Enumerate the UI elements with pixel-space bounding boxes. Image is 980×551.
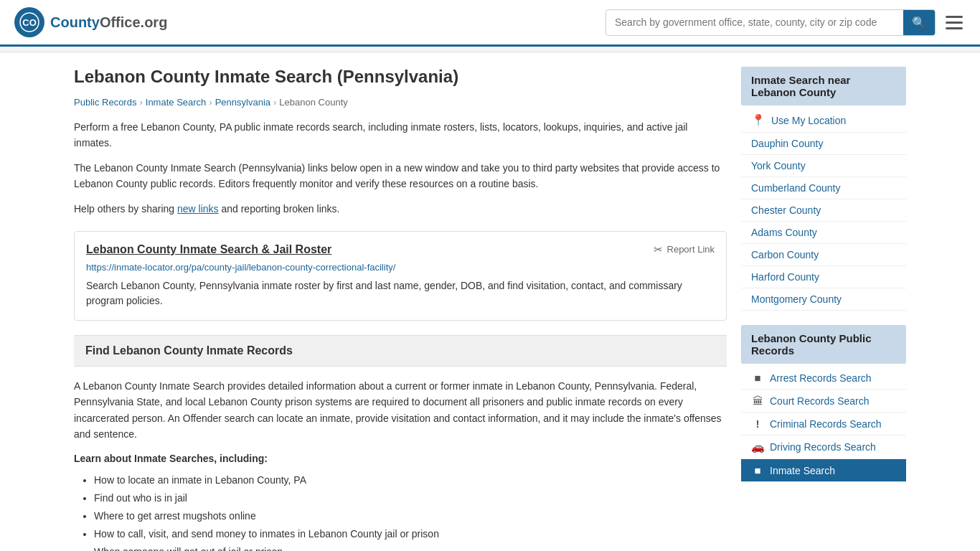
link-box: Lebanon County Inmate Search & Jail Rost…	[74, 231, 727, 321]
sidebar: Inmate Search near Lebanon County 📍 Use …	[741, 67, 906, 551]
court-records-icon: 🏛	[751, 395, 764, 407]
sidebar-arrest-records[interactable]: ■ Arrest Records Search	[741, 367, 906, 390]
carbon-county-link[interactable]: Carbon County	[751, 249, 819, 260]
inmate-search-icon: ■	[751, 464, 764, 476]
bullet-list: How to locate an inmate in Lebanon Count…	[74, 471, 727, 551]
list-item: How to locate an inmate in Lebanon Count…	[94, 471, 727, 489]
breadcrumb-public-records[interactable]: Public Records	[74, 97, 136, 108]
montgomery-county-link[interactable]: Montgomery County	[751, 293, 842, 305]
list-item: Where to get arrest mugshots online	[94, 507, 727, 525]
sidebar-item-york[interactable]: York County	[741, 155, 906, 177]
york-county-link[interactable]: York County	[751, 160, 806, 171]
breadcrumb: Public Records › Inmate Search › Pennsyl…	[74, 97, 727, 108]
sidebar-item-dauphin[interactable]: Dauphin County	[741, 133, 906, 155]
link-description: Search Lebanon County, Pennsylvania inma…	[86, 278, 715, 309]
inmate-search-link[interactable]: Inmate Search	[770, 465, 835, 476]
header-right: 🔍	[606, 9, 966, 36]
scissors-icon: ✂	[654, 243, 663, 256]
search-input[interactable]	[606, 11, 903, 34]
court-records-link[interactable]: Court Records Search	[770, 395, 870, 407]
link-box-title[interactable]: Lebanon County Inmate Search & Jail Rost…	[86, 243, 331, 256]
description-1: Perform a free Lebanon County, PA public…	[74, 119, 727, 151]
use-my-location-link[interactable]: Use My Location	[771, 115, 846, 126]
sidebar-inmate-search[interactable]: ■ Inmate Search	[741, 459, 906, 482]
sidebar-criminal-records[interactable]: ! Criminal Records Search	[741, 413, 906, 435]
report-link-button[interactable]: ✂ Report Link	[654, 243, 715, 256]
page-title: Lebanon County Inmate Search (Pennsylvan…	[74, 67, 727, 87]
site-header: CO CountyOffice.org 🔍	[0, 0, 980, 47]
sidebar-item-carbon[interactable]: Carbon County	[741, 244, 906, 266]
description-3: Help others by sharing new links and rep…	[74, 201, 727, 217]
sidebar-item-adams[interactable]: Adams County	[741, 222, 906, 244]
sidebar-court-records[interactable]: 🏛 Court Records Search	[741, 390, 906, 413]
find-section-heading: Find Lebanon County Inmate Records	[74, 335, 727, 367]
list-item: How to call, visit, and send money to in…	[94, 525, 727, 543]
dauphin-county-link[interactable]: Dauphin County	[751, 138, 823, 149]
criminal-records-icon: !	[751, 418, 764, 430]
sidebar-use-location[interactable]: 📍 Use My Location	[741, 108, 906, 133]
sidebar-public-records-section: Lebanon County Public Records ■ Arrest R…	[741, 325, 906, 482]
chester-county-link[interactable]: Chester County	[751, 204, 821, 216]
breadcrumb-inmate-search[interactable]: Inmate Search	[146, 97, 207, 108]
breadcrumb-current: Lebanon County	[279, 97, 347, 108]
sidebar-item-cumberland[interactable]: Cumberland County	[741, 177, 906, 199]
list-item: When someone will get out of jail or pri…	[94, 543, 727, 551]
nav-stripe	[0, 47, 980, 52]
sidebar-driving-records[interactable]: 🚗 Driving Records Search	[741, 435, 906, 459]
sidebar-item-harford[interactable]: Harford County	[741, 266, 906, 288]
main-container: Lebanon County Inmate Search (Pennsylvan…	[60, 52, 920, 551]
logo-icon: CO	[14, 7, 44, 37]
sidebar-nearby-section: Inmate Search near Lebanon County 📍 Use …	[741, 67, 906, 311]
find-section-body: A Lebanon County Inmate Search provides …	[74, 378, 727, 443]
criminal-records-link[interactable]: Criminal Records Search	[770, 418, 882, 430]
link-url[interactable]: https://inmate-locator.org/pa/county-jai…	[86, 262, 715, 273]
location-pin-icon: 📍	[751, 113, 765, 127]
sidebar-nearby-heading: Inmate Search near Lebanon County	[741, 67, 906, 105]
driving-records-link[interactable]: Driving Records Search	[770, 441, 876, 453]
cumberland-county-link[interactable]: Cumberland County	[751, 182, 841, 194]
logo-text: CountyOffice.org	[50, 14, 167, 31]
new-links-link[interactable]: new links	[177, 203, 219, 215]
arrest-records-link[interactable]: Arrest Records Search	[770, 372, 872, 384]
link-box-header: Lebanon County Inmate Search & Jail Rost…	[86, 243, 715, 256]
driving-records-icon: 🚗	[751, 441, 764, 453]
sidebar-item-montgomery[interactable]: Montgomery County	[741, 288, 906, 311]
breadcrumb-pennsylvania[interactable]: Pennsylvania	[215, 97, 270, 108]
svg-text:CO: CO	[22, 17, 37, 28]
search-button[interactable]: 🔍	[903, 10, 935, 35]
harford-county-link[interactable]: Harford County	[751, 271, 819, 283]
description-2: The Lebanon County Inmate Search (Pennsy…	[74, 160, 727, 192]
logo-area: CO CountyOffice.org	[14, 7, 167, 37]
sidebar-public-records-heading: Lebanon County Public Records	[741, 325, 906, 364]
learn-heading: Learn about Inmate Searches, including:	[74, 453, 727, 464]
content-area: Lebanon County Inmate Search (Pennsylvan…	[74, 67, 727, 551]
arrest-records-icon: ■	[751, 372, 764, 384]
sidebar-item-chester[interactable]: Chester County	[741, 199, 906, 222]
search-bar: 🔍	[606, 9, 936, 36]
list-item: Find out who is in jail	[94, 489, 727, 507]
hamburger-menu[interactable]	[943, 13, 966, 32]
adams-county-link[interactable]: Adams County	[751, 227, 817, 238]
